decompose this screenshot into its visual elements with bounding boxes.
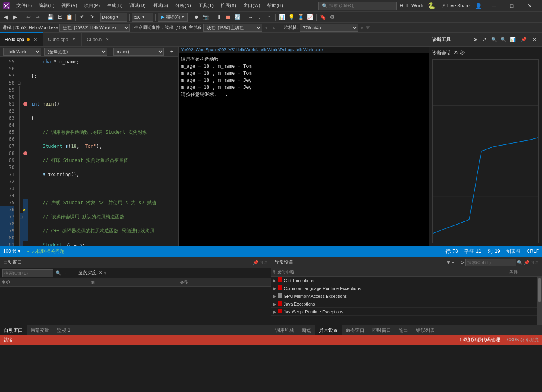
- restart-button[interactable]: 🔄: [233, 13, 242, 22]
- menu-build[interactable]: 生成(B): [104, 2, 126, 10]
- undo2-button[interactable]: ↶: [78, 13, 86, 22]
- exc-list: ▶C++ Exceptions ▶Common Language Runtime…: [271, 277, 538, 325]
- arrow-left[interactable]: ←: [64, 270, 68, 276]
- step-out-button[interactable]: ↑: [265, 13, 273, 22]
- exc-expand-4[interactable]: ▶: [273, 309, 276, 314]
- exc-minus-icon[interactable]: —: [455, 260, 460, 265]
- tab-exceptions[interactable]: 异常设置: [315, 325, 342, 335]
- arrow-right[interactable]: →: [71, 270, 75, 276]
- menu-tools[interactable]: 工具(T): [195, 2, 217, 10]
- console-area: Y:\002_WorkSpace\002_VS\HelloWorld\Hello…: [178, 47, 429, 246]
- redo-button[interactable]: ↪: [33, 13, 42, 22]
- exc-expand-1[interactable]: ▶: [273, 286, 276, 291]
- no-problems-status[interactable]: ✓ 未找到相关问题: [27, 248, 65, 255]
- performance-button[interactable]: 📊: [278, 13, 286, 22]
- exception-panel-header: 异常设置 ▼ + — ⟳ 🔍 📌 ⊡ ✕: [271, 257, 542, 268]
- exc-close-icon[interactable]: ✕: [535, 260, 539, 265]
- exc-restore-icon[interactable]: ⟳: [461, 260, 465, 265]
- back-button[interactable]: ◀: [2, 13, 10, 22]
- diag-close-btn[interactable]: ✕: [530, 35, 539, 44]
- diag-zoom-out[interactable]: 🔍: [499, 35, 508, 44]
- debug-config-dropdown[interactable]: Debug ▾: [100, 13, 127, 22]
- tab-breakpoints[interactable]: 断点: [298, 325, 315, 335]
- tab-hellocpp-close[interactable]: ✕: [32, 36, 38, 43]
- bookmark-button[interactable]: 🔖: [319, 13, 327, 22]
- diag-export-btn[interactable]: ↗: [480, 35, 489, 44]
- menu-window[interactable]: 窗口(W): [240, 2, 263, 10]
- zoom-status[interactable]: 100 % ▾: [3, 248, 20, 254]
- memory-button[interactable]: 💡: [287, 13, 296, 22]
- exc-search-input[interactable]: [465, 259, 516, 266]
- save3-button[interactable]: 📋: [65, 13, 74, 22]
- menu-project[interactable]: 项目(P): [81, 2, 103, 10]
- profile-icon[interactable]: 👤: [475, 3, 482, 9]
- redo2-button[interactable]: ↷: [87, 13, 96, 22]
- exc-expand-3[interactable]: ▶: [273, 302, 276, 306]
- close-button[interactable]: ✕: [521, 0, 539, 12]
- exc-filter-icon[interactable]: ▼: [446, 260, 451, 265]
- cpu-button[interactable]: 📈: [306, 13, 314, 22]
- menu-test[interactable]: 测试(S): [149, 2, 171, 10]
- tab-locals[interactable]: 局部变量: [27, 325, 53, 335]
- stop-button[interactable]: ⏹: [224, 13, 232, 22]
- thread-dropdown[interactable]: 线程: [1564] 主线程: [203, 24, 262, 32]
- diag-chart[interactable]: 📊: [508, 35, 517, 44]
- exc-expand-0[interactable]: ▶: [273, 278, 276, 283]
- snapshot-button[interactable]: 📷: [201, 13, 210, 22]
- exc-scrollbar[interactable]: [537, 277, 542, 325]
- pause-button[interactable]: ⏸: [214, 13, 223, 22]
- record-button[interactable]: ⏺: [192, 13, 201, 22]
- minimize-button[interactable]: ─: [485, 0, 503, 12]
- diag-settings-btn[interactable]: ⚙: [471, 35, 479, 44]
- tab-immediate[interactable]: 即时窗口: [368, 325, 395, 335]
- process-dropdown[interactable]: 进程: [20552] HelloWorld.exe: [59, 24, 130, 32]
- undo-button[interactable]: ↩: [24, 13, 32, 22]
- arch-dropdown[interactable]: x86 ▾: [132, 13, 153, 22]
- scope1-dropdown[interactable]: HelloWorld: [3, 48, 41, 56]
- diag-zoom-in[interactable]: 🔍: [490, 35, 498, 44]
- auto-close-icon[interactable]: ✕: [264, 260, 268, 265]
- menu-analyze[interactable]: 分析(N): [172, 2, 194, 10]
- tab-cubeh-close[interactable]: ✕: [104, 36, 110, 43]
- menu-help[interactable]: 帮助(H): [264, 2, 286, 10]
- tab-cubecpp[interactable]: Cube.cpp ✕: [43, 32, 82, 46]
- tab-callstack[interactable]: 调用堆栈: [271, 325, 298, 335]
- exc-expand-2[interactable]: ▶: [273, 294, 276, 298]
- save-button[interactable]: 💾: [46, 13, 55, 22]
- forward-button[interactable]: ▶: [11, 13, 20, 22]
- tab-hellocpp[interactable]: Hello.cpp ✕: [0, 32, 43, 46]
- tab-command[interactable]: 命令窗口: [342, 325, 368, 335]
- diag-pin-btn[interactable]: 📌: [519, 35, 528, 44]
- tab-errors[interactable]: 错误列表: [412, 325, 439, 335]
- exc-col-name: 引发时中断: [273, 269, 510, 275]
- step-over-button[interactable]: →: [246, 13, 255, 22]
- menu-debug[interactable]: 调试(D): [126, 2, 149, 10]
- tab-cubecpp-close[interactable]: ✕: [70, 36, 77, 43]
- scope2-dropdown[interactable]: (全局范围): [44, 48, 107, 56]
- tab-cubeh[interactable]: Cube.h ✕: [82, 32, 115, 46]
- live-share-button[interactable]: ↗ Live Share: [439, 2, 472, 10]
- exc-add-icon[interactable]: +: [452, 260, 454, 265]
- auto-search-input[interactable]: [2, 269, 53, 277]
- save2-button[interactable]: 🖫: [56, 13, 64, 22]
- stack-dropdown[interactable]: 776eaf4a: [300, 24, 358, 32]
- add-region-btn[interactable]: +: [169, 47, 175, 56]
- tab-watch[interactable]: 监视 1: [53, 325, 74, 335]
- menu-view[interactable]: 视图(V): [58, 2, 80, 10]
- thread-button[interactable]: 🧵: [296, 13, 305, 22]
- depth-arrow[interactable]: ▾: [104, 270, 106, 276]
- maximize-button[interactable]: □: [503, 0, 521, 12]
- menu-edit[interactable]: 编辑(E): [36, 2, 57, 10]
- step-into-button[interactable]: ↓: [255, 13, 264, 22]
- tab-auto[interactable]: 自动窗口: [0, 325, 27, 335]
- menu-extensions[interactable]: 扩展(X): [217, 2, 239, 10]
- nav-button[interactable]: ⚙: [328, 13, 337, 22]
- code-view[interactable]: char* m_name; }; int main() { // 调用有参构造函…: [28, 57, 178, 246]
- exception-title: 异常设置: [275, 259, 293, 266]
- search-box[interactable]: 🔍 搜索 (Ctrl+Q): [318, 2, 397, 10]
- add-to-source-btn[interactable]: ↑ 添加到源代码管理 ↑: [459, 336, 504, 343]
- tab-output[interactable]: 输出: [395, 325, 412, 335]
- menu-file[interactable]: 文件(F): [13, 2, 35, 10]
- continue-button[interactable]: ▶ 继续(C) ▾: [158, 13, 188, 22]
- scope3-dropdown[interactable]: main(): [113, 48, 164, 56]
